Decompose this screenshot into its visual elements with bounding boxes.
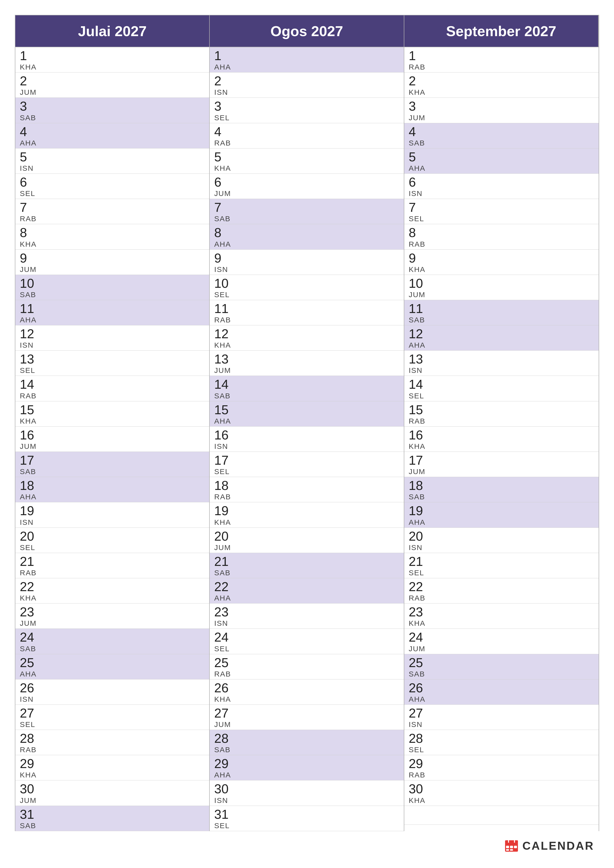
day-number: 24	[214, 630, 399, 644]
day-number: 2	[20, 74, 205, 88]
day-row: 11RAB	[210, 300, 404, 326]
day-number: 12	[214, 327, 399, 341]
day-row: 16ISN	[210, 426, 404, 452]
day-name: SAB	[214, 746, 399, 754]
day-row: 22AHA	[210, 578, 404, 603]
day-row: 13ISN	[404, 350, 598, 376]
svg-rect-4	[510, 846, 513, 848]
day-name: ISN	[409, 720, 594, 729]
day-row: 20ISN	[404, 528, 598, 553]
day-number: 13	[20, 352, 205, 366]
day-number: 4	[214, 125, 399, 139]
day-row: 6ISN	[404, 174, 598, 199]
day-row: 26KHA	[210, 679, 404, 705]
day-row: 11SAB	[404, 300, 598, 326]
day-number: 15	[214, 403, 399, 417]
day-number: 31	[214, 808, 399, 822]
day-row: 2KHA	[404, 73, 598, 98]
day-name: AHA	[409, 341, 594, 349]
day-name: KHA	[409, 265, 594, 274]
day-name: ISN	[214, 88, 399, 96]
day-name: ISN	[214, 619, 399, 628]
day-number: 16	[214, 428, 399, 442]
day-name: ISN	[409, 543, 594, 552]
day-name: RAB	[409, 594, 594, 602]
day-number: 26	[20, 681, 205, 695]
day-name: SAB	[409, 139, 594, 147]
day-name: AHA	[20, 670, 205, 678]
day-number: 1	[20, 49, 205, 63]
day-number: 10	[20, 276, 205, 290]
day-row: 4SAB	[404, 123, 598, 149]
day-name: RAB	[409, 771, 594, 779]
page: Julai 2027 Ogos 2027 September 2027 1KHA…	[0, 0, 614, 868]
day-number: 9	[20, 251, 205, 265]
day-number: 9	[409, 251, 594, 265]
day-name: RAB	[409, 63, 594, 71]
day-number: 22	[409, 580, 594, 594]
day-name: JUM	[409, 113, 594, 122]
day-row: 7RAB	[16, 199, 209, 224]
day-name: RAB	[214, 670, 399, 678]
footer-label: CALENDAR	[522, 839, 594, 852]
day-name: SEL	[20, 720, 205, 729]
day-number: 26	[409, 681, 594, 695]
day-name: SEL	[20, 366, 205, 375]
day-number: 6	[214, 175, 399, 189]
day-number: 11	[409, 302, 594, 316]
day-number: 3	[214, 99, 399, 113]
day-number: 4	[20, 125, 205, 139]
day-number: 10	[214, 276, 399, 290]
day-number: 24	[20, 630, 205, 644]
day-name: JUM	[214, 543, 399, 552]
day-name: JUM	[20, 88, 205, 96]
day-name: SEL	[20, 543, 205, 552]
day-number: 3	[20, 99, 205, 113]
day-number: 28	[409, 732, 594, 746]
day-row: 1AHA	[210, 47, 404, 73]
day-name: JUM	[214, 189, 399, 198]
day-number: 8	[409, 226, 594, 240]
day-name: AHA	[20, 139, 205, 147]
day-number: 22	[20, 580, 205, 594]
day-name: RAB	[409, 240, 594, 248]
day-number: 19	[409, 504, 594, 518]
day-row: 16JUM	[16, 426, 209, 452]
day-name: KHA	[409, 442, 594, 451]
day-row: 31SEL	[210, 806, 404, 831]
day-number: 3	[409, 99, 594, 113]
day-name: KHA	[409, 796, 594, 804]
day-name: JUM	[409, 290, 594, 299]
day-row: 7SEL	[404, 199, 598, 224]
day-row: 8AHA	[210, 224, 404, 250]
day-name: SAB	[20, 467, 205, 476]
day-row: 6SEL	[16, 174, 209, 199]
day-row: 2JUM	[16, 73, 209, 98]
day-row: 18SAB	[404, 477, 598, 502]
day-number: 12	[20, 327, 205, 341]
day-row: 14SAB	[210, 376, 404, 401]
day-row: 23ISN	[210, 603, 404, 629]
day-name: SEL	[409, 392, 594, 400]
day-row: 2ISN	[210, 73, 404, 98]
day-number: 16	[409, 428, 594, 442]
day-number: 11	[214, 302, 399, 316]
day-row: 24SEL	[210, 629, 404, 654]
day-number: 26	[214, 681, 399, 695]
day-number: 25	[20, 656, 205, 670]
day-number: 21	[20, 555, 205, 569]
day-row: 24JUM	[404, 629, 598, 654]
day-name: RAB	[20, 569, 205, 577]
day-number: 27	[214, 706, 399, 720]
day-number: 19	[214, 504, 399, 518]
day-number: 10	[409, 276, 594, 290]
day-row: 27ISN	[404, 705, 598, 730]
day-row: 12KHA	[210, 326, 404, 350]
day-row: 13SEL	[16, 350, 209, 376]
day-number: 14	[409, 377, 594, 391]
svg-rect-7	[510, 849, 513, 851]
day-row: 30JUM	[16, 780, 209, 806]
day-number: 29	[20, 756, 205, 771]
day-number: 20	[409, 529, 594, 543]
day-name: ISN	[20, 695, 205, 704]
